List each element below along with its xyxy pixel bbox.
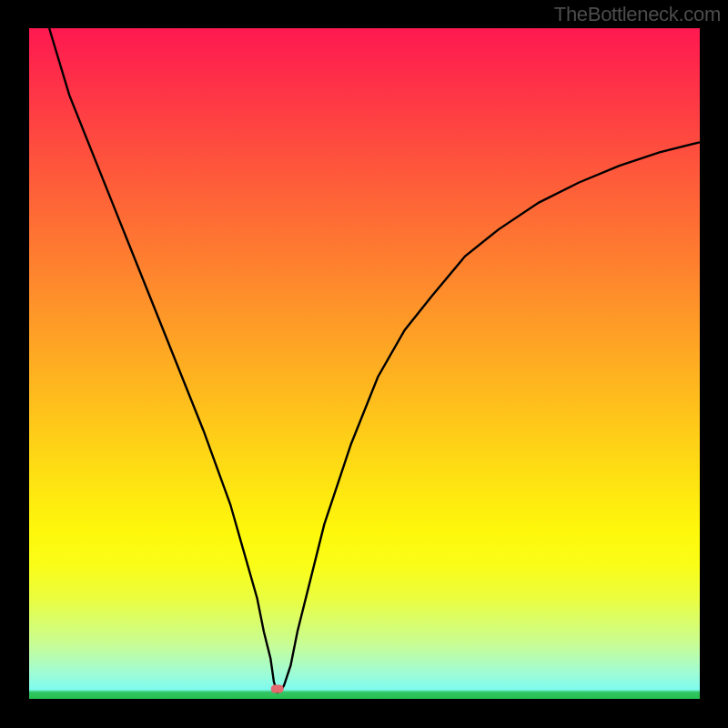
minimum-marker	[271, 684, 284, 693]
chart-container: TheBottleneck.com	[0, 0, 728, 728]
chart-svg	[0, 0, 728, 728]
svg-rect-0	[271, 684, 284, 693]
watermark: TheBottleneck.com	[554, 3, 721, 26]
plot-area	[29, 28, 700, 699]
